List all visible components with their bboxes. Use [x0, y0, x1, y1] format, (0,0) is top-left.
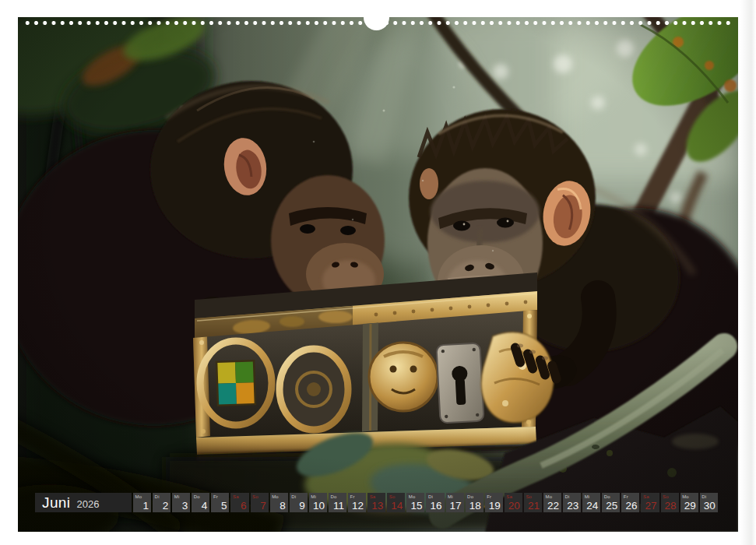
day-number: 8 [280, 501, 286, 512]
calendar-day-cell: Di 16 [426, 493, 444, 512]
day-number: 23 [567, 501, 578, 512]
weekday-label: Di [701, 494, 706, 499]
weekday-label: Mo [409, 494, 416, 499]
weekday-label: Do [604, 494, 610, 499]
day-number: 20 [508, 501, 520, 512]
weekday-label: Di [291, 494, 296, 499]
calendar-day-cell: Fr 26 [621, 493, 639, 512]
weekday-label: So [252, 494, 258, 499]
day-number: 19 [489, 501, 501, 512]
month-block: Juni 2026 [35, 493, 132, 512]
day-number: 29 [684, 501, 696, 512]
weekday-label: Mi [174, 494, 180, 499]
calendar-day-cell: Mo 29 [680, 493, 698, 512]
vignette-overlay [18, 17, 738, 532]
calendar-day-cell: So 7 [251, 493, 269, 512]
day-number: 11 [333, 501, 344, 512]
calendar-day-cell: Sa 13 [367, 493, 385, 512]
weekday-label: Mi [448, 494, 453, 499]
weekday-label: Mo [135, 494, 142, 499]
weekday-label: Sa [506, 494, 512, 499]
weekday-label: Di [428, 494, 433, 499]
day-number: 10 [313, 501, 325, 512]
day-number: 21 [528, 501, 540, 512]
weekday-label: Mo [682, 494, 689, 499]
calendar-day-cell: Mi 24 [582, 493, 600, 512]
calendar-photo: Juni 2026 Mo 1 Di 2 Mi 3 Do 4 Fr 5 Sa 6 … [18, 17, 738, 532]
page-edge-shading [740, 0, 756, 545]
calendar-bar: Juni 2026 Mo 1 Di 2 Mi 3 Do 4 Fr 5 Sa 6 … [18, 493, 738, 512]
weekday-label: Sa [233, 494, 239, 499]
calendar-day-cell: Mo 8 [270, 493, 288, 512]
weekday-label: Sa [643, 494, 649, 499]
weekday-label: So [389, 494, 396, 499]
calendar-day-cell: Di 2 [153, 493, 171, 512]
day-number: 14 [391, 501, 403, 512]
calendar-day-cell: Di 23 [563, 493, 581, 512]
calendar-day-cell: Fr 5 [211, 493, 229, 512]
weekday-label: Do [330, 494, 336, 499]
calendar-page: Juni 2026 Mo 1 Di 2 Mi 3 Do 4 Fr 5 Sa 6 … [0, 0, 756, 545]
calendar-day-cell: Do 4 [192, 493, 209, 512]
calendar-day-cell: Mi 3 [172, 493, 190, 512]
calendar-day-cell: Fr 12 [348, 493, 366, 512]
year-label: 2026 [76, 499, 99, 509]
day-number: 18 [469, 501, 481, 512]
weekday-label: Fr [213, 494, 218, 499]
calendar-days: Mo 1 Di 2 Mi 3 Do 4 Fr 5 Sa 6 So 7 Mo 8 … [133, 493, 718, 512]
calendar-day-cell: Fr 19 [485, 493, 503, 512]
weekday-label: Fr [624, 494, 628, 499]
calendar-day-cell: Di 30 [700, 493, 718, 512]
calendar-day-cell: Mi 10 [309, 493, 327, 512]
calendar-day-cell: Do 18 [466, 493, 483, 512]
day-number: 28 [665, 501, 677, 512]
weekday-label: Mo [272, 494, 279, 499]
calendar-day-cell: So 14 [387, 493, 405, 512]
day-number: 24 [586, 501, 598, 512]
weekday-label: Mo [545, 494, 552, 499]
calendar-day-cell: Sa 27 [641, 493, 659, 512]
calendar-day-cell: Di 9 [290, 493, 308, 512]
day-number: 13 [371, 501, 383, 512]
calendar-day-cell: So 21 [524, 493, 542, 512]
weekday-label: Di [565, 494, 570, 499]
calendar-day-cell: Mo 1 [133, 493, 151, 512]
day-number: 17 [450, 501, 462, 512]
weekday-label: So [526, 494, 532, 499]
day-number: 26 [625, 501, 637, 512]
calendar-day-cell: So 28 [661, 493, 679, 512]
weekday-label: Fr [350, 494, 355, 499]
calendar-day-cell: Sa 6 [230, 493, 248, 512]
day-number: 9 [299, 501, 305, 512]
weekday-label: So [663, 494, 669, 499]
day-number: 6 [241, 501, 247, 512]
day-number: 15 [410, 501, 422, 512]
day-number: 25 [606, 501, 617, 512]
weekday-label: Fr [487, 494, 491, 499]
weekday-label: Mi [585, 494, 590, 499]
calendar-day-cell: Do 25 [602, 493, 620, 512]
day-number: 3 [182, 501, 188, 512]
jungle-scene [18, 17, 738, 532]
calendar-day-cell: Sa 20 [505, 493, 522, 512]
calendar-day-cell: Mo 15 [406, 493, 424, 512]
weekday-label: Di [155, 494, 160, 499]
day-number: 5 [221, 501, 227, 512]
calendar-day-cell: Do 11 [329, 493, 346, 512]
weekday-label: Sa [370, 494, 376, 499]
weekday-label: Do [467, 494, 473, 499]
day-number: 12 [352, 501, 364, 512]
hanger-hole [364, 5, 389, 30]
weekday-label: Mi [311, 494, 316, 499]
weekday-label: Do [194, 494, 200, 499]
month-name: Juni [42, 495, 70, 510]
calendar-day-cell: Mo 22 [543, 493, 561, 512]
day-number: 7 [260, 501, 266, 512]
day-number: 1 [143, 501, 149, 512]
day-number: 30 [704, 501, 716, 512]
calendar-day-cell: Mi 17 [446, 493, 464, 512]
day-number: 2 [163, 501, 169, 512]
day-number: 16 [430, 501, 441, 512]
day-number: 27 [645, 501, 657, 512]
day-number: 4 [202, 501, 208, 512]
